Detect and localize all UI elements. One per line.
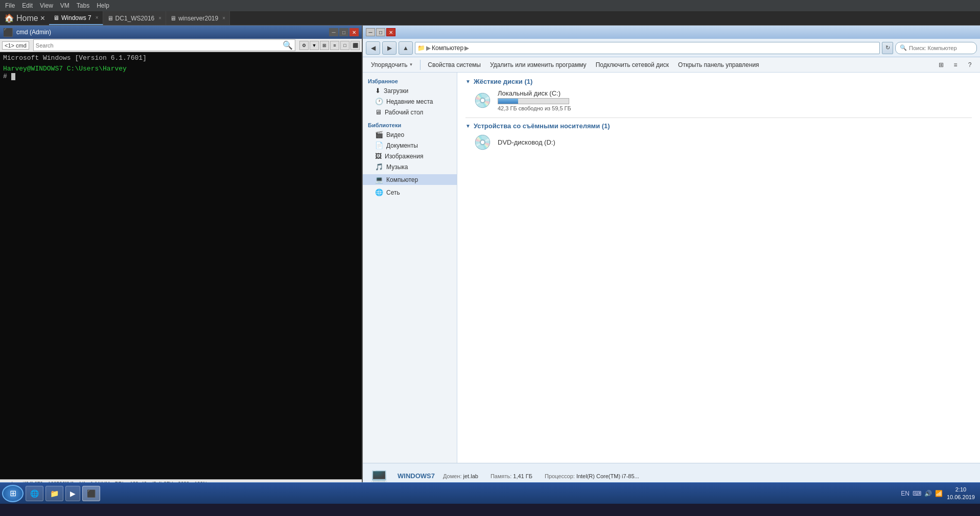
explorer-nav: ◀ ▶ ▲ 📁 ▶ Компьютер ▶ ↻ 🔍: [363, 39, 980, 57]
cmd-line1: Microsoft Windows [Version 6.1.7601]: [3, 54, 359, 62]
tab-home-label: Home: [16, 14, 38, 23]
cmd-window: ⬛ cmd (Admin) ─ □ ✕ <1> cmd 🔍 ⚙ ▼ ⊞ ≡ □ …: [0, 26, 363, 488]
search-bar[interactable]: 🔍: [895, 42, 977, 54]
removable-expand-icon[interactable]: ▼: [465, 123, 471, 129]
processor-label: Процессор:: [545, 473, 575, 479]
view-list-button[interactable]: ≡: [949, 59, 962, 71]
breadcrumb-computer[interactable]: Компьютер: [432, 44, 463, 52]
menu-file[interactable]: File: [2, 1, 18, 10]
dvd-name[interactable]: DVD-дисковод (D:): [498, 138, 555, 146]
desktop-icon: 🖥: [375, 108, 382, 116]
tab-win7-icon: 🖥: [53, 14, 59, 21]
sidebar-item-documents[interactable]: 📄 Документы: [363, 140, 457, 151]
menu-vm[interactable]: VM: [57, 1, 73, 10]
cmd-taskbar-icon: ⬛: [87, 489, 96, 498]
forward-button[interactable]: ▶: [382, 41, 396, 55]
cmd-toolbar-icon-6[interactable]: ⬛: [351, 41, 360, 50]
computer-info: WINDOWS7: [398, 472, 435, 480]
sidebar-item-downloads[interactable]: ⬇ Загрузки: [363, 85, 457, 96]
cmd-toolbar-icon-2[interactable]: ▼: [310, 41, 319, 50]
tab-winserver-label: winserver2019: [178, 15, 218, 22]
menu-help[interactable]: Help: [94, 1, 112, 10]
drive-c-name[interactable]: Локальный диск (C:): [498, 89, 571, 97]
hard-drives-expand-icon[interactable]: ▼: [465, 79, 471, 84]
map-drive-button[interactable]: Подключить сетевой диск: [592, 60, 673, 70]
domain-info: Домен: jet.lab: [443, 473, 478, 479]
cmd-toolbar-icon-1[interactable]: ⚙: [299, 41, 309, 50]
sidebar-item-desktop[interactable]: 🖥 Рабочий стол: [363, 107, 457, 118]
taskbar-cmd-button[interactable]: ⬛: [82, 486, 100, 501]
computer-name: WINDOWS7: [398, 472, 435, 480]
menu-tabs[interactable]: Tabs: [74, 1, 92, 10]
explorer-minimize-button[interactable]: ─: [366, 28, 375, 36]
control-panel-button[interactable]: Открыть панель управления: [674, 60, 763, 70]
tab-dc1[interactable]: 🖥 DC1_WS2016 ×: [103, 11, 167, 25]
tab-home-close[interactable]: ×: [40, 14, 45, 23]
sidebar-item-network[interactable]: 🌐 Сеть: [363, 187, 457, 198]
cmd-titlebar-buttons: ─ □ ✕: [329, 28, 359, 36]
cmd-toolbar-icon-5[interactable]: □: [340, 41, 349, 50]
music-icon: 🎵: [375, 163, 383, 171]
cmd-toolbar-icon-3[interactable]: ⊞: [320, 41, 329, 50]
organize-button[interactable]: Упорядочить ▼: [367, 60, 417, 70]
video-icon: 🎬: [375, 131, 383, 138]
help-button[interactable]: ?: [964, 59, 976, 71]
tab-home[interactable]: 🏠 Home ×: [0, 11, 49, 25]
sidebar-item-images[interactable]: 🖼 Изображения: [363, 151, 457, 161]
search-icon: 🔍: [283, 40, 293, 50]
search-input[interactable]: [909, 45, 979, 51]
search-icon: 🔍: [900, 44, 907, 51]
keyboard-icon: ⌨: [913, 490, 921, 497]
cmd-close-button[interactable]: ✕: [349, 28, 359, 36]
taskbar-explorer-button[interactable]: 📁: [45, 486, 63, 501]
taskbar-ie-button[interactable]: 🌐: [26, 486, 43, 501]
menu-view[interactable]: View: [37, 1, 56, 10]
drive-c-item: 💿 Локальный диск (C:) 42,3 ГБ свободно и…: [474, 89, 972, 111]
cmd-maximize-button[interactable]: □: [339, 28, 348, 36]
tab-win7[interactable]: 🖥 Windows 7 ×: [49, 11, 103, 25]
system-properties-button[interactable]: Свойства системы: [424, 60, 485, 70]
view-details-button[interactable]: ⊞: [935, 59, 947, 71]
memory-info: Память: 1,41 ГБ: [491, 473, 532, 479]
explorer-maximize-button[interactable]: □: [376, 28, 385, 36]
dvd-icon: 💿: [474, 134, 492, 151]
sidebar-item-music-label: Музыка: [386, 163, 408, 171]
volume-icon[interactable]: 🔊: [924, 490, 932, 497]
cmd-tab-label: <1> cmd: [2, 41, 29, 50]
explorer-titlebar-buttons: ─ □ ✕: [366, 28, 395, 36]
tab-win7-close[interactable]: ×: [96, 15, 99, 20]
sidebar-item-music[interactable]: 🎵 Музыка: [363, 161, 457, 172]
tab-winserver[interactable]: 🖥 winserver2019 ×: [166, 11, 230, 25]
sidebar-item-downloads-label: Загрузки: [384, 87, 408, 95]
tab-dc1-close[interactable]: ×: [158, 15, 161, 21]
tab-dc1-icon: 🖥: [107, 15, 113, 22]
sidebar-item-images-label: Изображения: [385, 153, 423, 160]
cmd-title-text: cmd (Admin): [16, 29, 326, 36]
up-button[interactable]: ▲: [399, 41, 413, 55]
clock[interactable]: 2:10 10.06.2019: [947, 486, 975, 501]
network-tray-icon[interactable]: 📶: [935, 490, 943, 497]
address-bar[interactable]: 📁 ▶ Компьютер ▶: [415, 42, 880, 54]
cmd-toolbar-icon-4[interactable]: ≡: [330, 41, 339, 50]
cmd-content[interactable]: Microsoft Windows [Version 6.1.7601] Har…: [0, 52, 362, 479]
uninstall-button[interactable]: Удалить или изменить программу: [486, 60, 591, 70]
back-button[interactable]: ◀: [366, 41, 380, 55]
sidebar-item-recent[interactable]: 🕐 Недавние места: [363, 96, 457, 107]
sidebar-item-video[interactable]: 🎬 Видео: [363, 129, 457, 140]
menu-edit[interactable]: Edit: [19, 1, 36, 10]
drive-c-icon: 💿: [474, 92, 492, 109]
explorer-close-button[interactable]: ✕: [386, 28, 395, 36]
cmd-search-input[interactable]: [36, 42, 283, 49]
cmd-minimize-button[interactable]: ─: [329, 28, 338, 36]
domain-label: Домен:: [443, 473, 462, 479]
media-icon: ▶: [70, 489, 76, 498]
cmd-toolbar-icons: ⚙ ▼ ⊞ ≡ □ ⬛: [299, 41, 360, 50]
address-refresh-button[interactable]: ↻: [882, 42, 893, 54]
cmd-toolbar: <1> cmd 🔍 ⚙ ▼ ⊞ ≡ □ ⬛: [0, 39, 362, 52]
lang-indicator[interactable]: EN: [901, 490, 909, 497]
sidebar-item-computer[interactable]: 💻 Компьютер: [363, 174, 457, 185]
taskbar-media-button[interactable]: ▶: [65, 486, 80, 501]
start-button[interactable]: ⊞: [2, 485, 24, 502]
cmd-search-bar[interactable]: 🔍: [33, 39, 295, 51]
tab-winserver-close[interactable]: ×: [222, 15, 225, 21]
